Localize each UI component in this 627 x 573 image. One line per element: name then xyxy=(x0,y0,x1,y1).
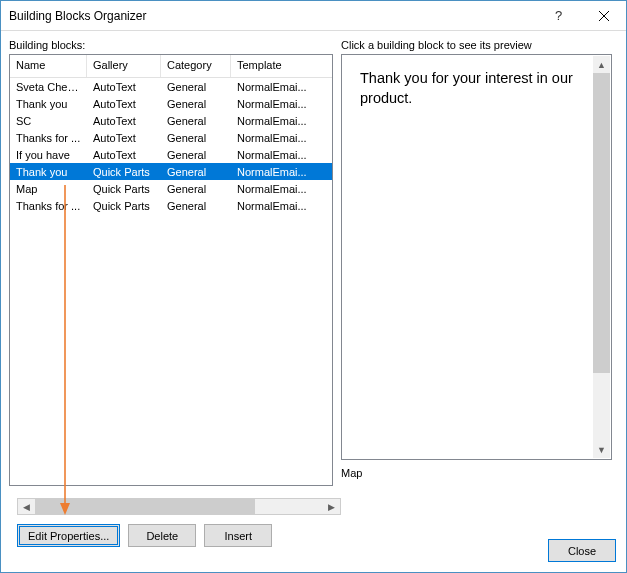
scroll-thumb[interactable] xyxy=(593,73,610,373)
horizontal-scrollbar[interactable]: ◀ ▶ xyxy=(17,498,341,515)
delete-button[interactable]: Delete xyxy=(128,524,196,547)
cell-name: Thank you xyxy=(10,97,87,111)
cell-template: NormalEmai... xyxy=(231,165,332,179)
cell-name: If you have xyxy=(10,148,87,162)
cell-template: NormalEmai... xyxy=(231,182,332,196)
cell-template: NormalEmai... xyxy=(231,199,332,213)
table-row[interactable]: Thanks for ...Quick PartsGeneralNormalEm… xyxy=(10,197,332,214)
cell-name: SC xyxy=(10,114,87,128)
scroll-down-arrow[interactable]: ▼ xyxy=(593,441,610,458)
building-blocks-label: Building blocks: xyxy=(9,39,333,51)
help-button[interactable]: ? xyxy=(536,1,581,30)
cell-name: Sveta Cheu... xyxy=(10,80,87,94)
cell-gallery: Quick Parts xyxy=(87,165,161,179)
cell-gallery: Quick Parts xyxy=(87,182,161,196)
close-window-button[interactable] xyxy=(581,1,626,30)
cell-category: General xyxy=(161,148,231,162)
table-header: Name Gallery Category Template xyxy=(10,55,332,78)
table-row[interactable]: If you haveAutoTextGeneralNormalEmai... xyxy=(10,146,332,163)
cell-gallery: AutoText xyxy=(87,80,161,94)
cell-gallery: AutoText xyxy=(87,114,161,128)
scroll-right-arrow[interactable]: ▶ xyxy=(323,499,340,514)
scroll-thumb[interactable] xyxy=(35,499,255,514)
column-header-name[interactable]: Name xyxy=(10,55,87,77)
titlebar: Building Blocks Organizer ? xyxy=(1,1,626,31)
scroll-up-arrow[interactable]: ▲ xyxy=(593,56,610,73)
preview-caption: Map xyxy=(341,467,618,479)
preview-pane: Thank you for your interest in our produ… xyxy=(341,54,612,460)
column-header-category[interactable]: Category xyxy=(161,55,231,77)
table-row[interactable]: Sveta Cheu...AutoTextGeneralNormalEmai..… xyxy=(10,78,332,95)
cell-name: Thanks for ... xyxy=(10,199,87,213)
cell-template: NormalEmai... xyxy=(231,131,332,145)
close-button[interactable]: Close xyxy=(548,539,616,562)
cell-category: General xyxy=(161,114,231,128)
scroll-track[interactable] xyxy=(593,73,610,441)
table-row[interactable]: MapQuick PartsGeneralNormalEmai... xyxy=(10,180,332,197)
cell-category: General xyxy=(161,97,231,111)
preview-scrollbar[interactable]: ▲ ▼ xyxy=(593,56,610,458)
table-row[interactable]: Thank youQuick PartsGeneralNormalEmai... xyxy=(10,163,332,180)
column-header-template[interactable]: Template xyxy=(231,55,332,77)
table-row[interactable]: SCAutoTextGeneralNormalEmai... xyxy=(10,112,332,129)
cell-gallery: AutoText xyxy=(87,148,161,162)
scroll-left-arrow[interactable]: ◀ xyxy=(18,499,35,514)
close-icon xyxy=(599,11,609,21)
table-row[interactable]: Thanks for ...AutoTextGeneralNormalEmai.… xyxy=(10,129,332,146)
cell-template: NormalEmai... xyxy=(231,80,332,94)
edit-properties-button[interactable]: Edit Properties... xyxy=(17,524,120,547)
cell-template: NormalEmai... xyxy=(231,148,332,162)
cell-category: General xyxy=(161,199,231,213)
cell-category: General xyxy=(161,80,231,94)
cell-template: NormalEmai... xyxy=(231,114,332,128)
cell-category: General xyxy=(161,131,231,145)
cell-gallery: Quick Parts xyxy=(87,199,161,213)
cell-name: Thank you xyxy=(10,165,87,179)
cell-gallery: AutoText xyxy=(87,97,161,111)
table-row[interactable]: Thank youAutoTextGeneralNormalEmai... xyxy=(10,95,332,112)
cell-name: Map xyxy=(10,182,87,196)
insert-button[interactable]: Insert xyxy=(204,524,272,547)
preview-text: Thank you for your interest in our produ… xyxy=(360,69,601,108)
cell-category: General xyxy=(161,165,231,179)
cell-template: NormalEmai... xyxy=(231,97,332,111)
building-blocks-table[interactable]: Name Gallery Category Template Sveta Che… xyxy=(9,54,333,486)
window-title: Building Blocks Organizer xyxy=(9,9,536,23)
cell-gallery: AutoText xyxy=(87,131,161,145)
cell-category: General xyxy=(161,182,231,196)
cell-name: Thanks for ... xyxy=(10,131,87,145)
preview-label: Click a building block to see its previe… xyxy=(341,39,618,51)
scroll-track[interactable] xyxy=(35,499,323,514)
column-header-gallery[interactable]: Gallery xyxy=(87,55,161,77)
